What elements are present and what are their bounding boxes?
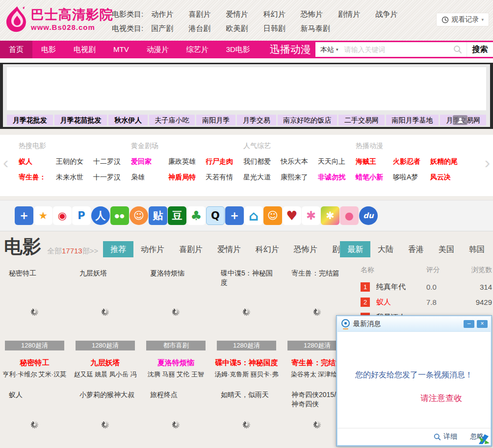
nav-item-xunbo-anime[interactable]: 迅播动漫 (259, 41, 322, 58)
ad-link[interactable]: 南京好吃的饭店 (278, 115, 337, 125)
douban-icon[interactable]: 豆 (168, 206, 186, 225)
tab-horror[interactable]: 恐怖片 (286, 241, 325, 257)
movie-title[interactable]: 碟中谍5：神秘国度 (212, 358, 281, 368)
ranking-row[interactable]: 2 蚁人 7.8 9429 (361, 298, 492, 307)
movie-title[interactable]: 秘密特工 (0, 358, 69, 368)
ad-link[interactable]: 月季花批发 (7, 115, 53, 125)
hot-link[interactable]: 星光大道 (243, 173, 281, 182)
nav-item-home[interactable]: 首页 (0, 41, 32, 58)
ad-link[interactable]: 南阳月季基地 (386, 115, 439, 125)
hot-link[interactable]: 海贼王 (356, 157, 393, 166)
hot-link[interactable]: 蜡笔小新 (356, 173, 393, 182)
movie-card[interactable]: 夏洛特烦恼 都市喜剧 夏洛特烦恼 沈腾 马丽 艾伦 王智 (141, 265, 210, 382)
movie-card[interactable]: 秘密特工 1280超清 秘密特工 亨利·卡维尔 艾米·汉莫 (0, 265, 69, 382)
share-plus-icon[interactable]: + (15, 206, 33, 225)
all-movies-link[interactable]: 全部17713部>> (47, 247, 98, 256)
ad-link[interactable]: 南阳月季 (196, 115, 235, 125)
kaixin-icon[interactable]: ☺ (263, 206, 282, 225)
hot-link[interactable]: 天天向上 (318, 157, 355, 166)
movie-card[interactable]: 九层妖塔 1280超清 九层妖塔 赵又廷 姚晨 凤小岳 冯 (71, 265, 140, 382)
qq-icon[interactable]: Q (206, 206, 225, 225)
tab-recommended[interactable]: 推荐 (103, 241, 133, 257)
hot-link[interactable]: 廉政英雄 (168, 157, 206, 166)
ad-link[interactable]: 二手交易网 (338, 115, 385, 125)
watch-history-button[interactable]: 观看记录 ▾ (436, 13, 489, 26)
search-input[interactable] (343, 45, 449, 54)
movie-category-link[interactable]: 科幻片 (263, 7, 292, 21)
flower-share-icon[interactable]: ✱ (302, 206, 320, 225)
qzone-icon[interactable]: ★ (34, 206, 52, 225)
hot-link[interactable]: 神盾局特 (168, 173, 206, 182)
ad-link[interactable]: 月季交易 (237, 115, 276, 125)
tv-category-link[interactable]: 新马泰剧 (301, 21, 329, 35)
hot-link[interactable]: 未来水世 (56, 173, 93, 182)
site-logo[interactable]: 巴士高清影院 www.Bs028.com (5, 6, 113, 32)
nav-item-anime[interactable]: 动漫片 (138, 41, 178, 58)
tab-korea[interactable]: 韩国 (462, 241, 492, 257)
movie-card[interactable]: 碟中谍5：神秘国度 1280超清 碟中谍5：神秘国度 汤姆·克鲁斯 丽贝卡·弗 (212, 265, 281, 382)
ranking-movie-link[interactable]: 纯真年代 (376, 282, 426, 292)
pengyou-icon[interactable]: P (72, 206, 91, 225)
hot-link[interactable]: 非诚勿扰 (318, 173, 355, 182)
movie-title[interactable]: 夏洛特烦恼 (141, 358, 210, 368)
carousel-next-button[interactable]: › (485, 152, 490, 172)
movie-category-link[interactable]: 恐怖片 (301, 7, 329, 21)
hot-link[interactable]: 十一罗汉 (93, 173, 130, 182)
search-button[interactable]: 搜索 (467, 42, 493, 57)
movie-card-loading[interactable]: 蚁人 (0, 386, 69, 448)
ad-link[interactable]: 秋水伊人 (108, 115, 148, 125)
detail-button[interactable]: 详细 (443, 432, 457, 441)
nav-item-3d[interactable]: 3D电影 (217, 41, 259, 58)
movie-category-link[interactable]: 剧情片 (338, 7, 366, 21)
wechat-icon[interactable]: ●● (110, 206, 129, 225)
heart-favorite-icon[interactable]: ♥ (283, 206, 301, 225)
hot-link[interactable]: 康熙来了 (281, 173, 318, 182)
movie-category-link[interactable]: 战争片 (375, 7, 404, 21)
movie-title[interactable]: 九层妖塔 (71, 358, 140, 368)
hot-link[interactable]: 快乐大本 (281, 157, 318, 166)
carousel-prev-button[interactable]: ‹ (3, 152, 8, 172)
tv-category-link[interactable]: 日韩剧 (263, 21, 292, 35)
tv-category-link[interactable]: 国产剧 (151, 21, 180, 35)
ad-link[interactable]: 月季花苗批发 (54, 115, 107, 125)
minimize-button[interactable]: – (464, 320, 474, 328)
baidu-collect-icon[interactable]: ☺ (130, 206, 148, 225)
tv-category-link[interactable]: 欧美剧 (226, 21, 255, 35)
tab-mainland[interactable]: 大陆 (370, 241, 401, 257)
hot-link[interactable]: 枭雄 (131, 173, 168, 182)
hot-link[interactable]: 蚁人 (19, 157, 56, 166)
hot-link[interactable]: 爱回家 (131, 157, 168, 166)
hot-link[interactable]: 天若有情 (206, 173, 243, 182)
popup-titlebar[interactable]: 最新消息 – × (337, 317, 491, 332)
tab-latest[interactable]: 最新 (340, 241, 370, 257)
baidu-home-icon[interactable]: ⌂ (244, 206, 263, 225)
qq-bookmark-icon[interactable]: ♣ (187, 206, 206, 225)
renren-icon[interactable]: 人 (91, 206, 110, 225)
hot-link[interactable]: 十二罗汉 (93, 157, 130, 166)
movie-category-link[interactable]: 爱情片 (226, 7, 255, 21)
hot-link[interactable]: 我们都爱 (243, 157, 281, 166)
contact-overlay-chip[interactable] (453, 115, 467, 125)
hot-link[interactable]: 妖精的尾 (430, 157, 467, 166)
hot-link[interactable]: 王朝的女 (56, 157, 93, 166)
hot-link[interactable]: 火影忍者 (393, 157, 430, 166)
movie-category-link[interactable]: 动作片 (151, 7, 180, 21)
tab-comedy[interactable]: 喜剧片 (172, 241, 210, 257)
mogujie-icon[interactable]: ✱ (321, 206, 339, 225)
ranking-movie-link[interactable]: 蚁人 (376, 298, 426, 307)
nav-item-movies[interactable]: 电影 (32, 41, 65, 58)
baidu-paw-icon[interactable]: du (359, 206, 378, 225)
close-icon[interactable]: × (477, 320, 488, 328)
hot-link[interactable]: 哆啦A梦 (393, 173, 430, 182)
petal-icon[interactable]: ● (340, 206, 359, 225)
tv-category-link[interactable]: 港台剧 (188, 21, 217, 35)
movie-card-loading[interactable]: 小萝莉的猴神大叔 (71, 386, 140, 448)
nav-item-variety[interactable]: 综艺片 (178, 41, 217, 58)
tab-action[interactable]: 动作片 (133, 241, 172, 257)
tab-romance[interactable]: 爱情片 (210, 241, 248, 257)
movie-card-loading[interactable]: 如晴天，似雨天 (212, 386, 281, 448)
tab-scifi[interactable]: 科幻片 (248, 241, 286, 257)
nav-item-mtv[interactable]: MTV (104, 41, 138, 58)
hot-link[interactable]: 寄生兽： (19, 173, 56, 182)
hot-link[interactable]: 行尸走肉 (206, 157, 243, 166)
